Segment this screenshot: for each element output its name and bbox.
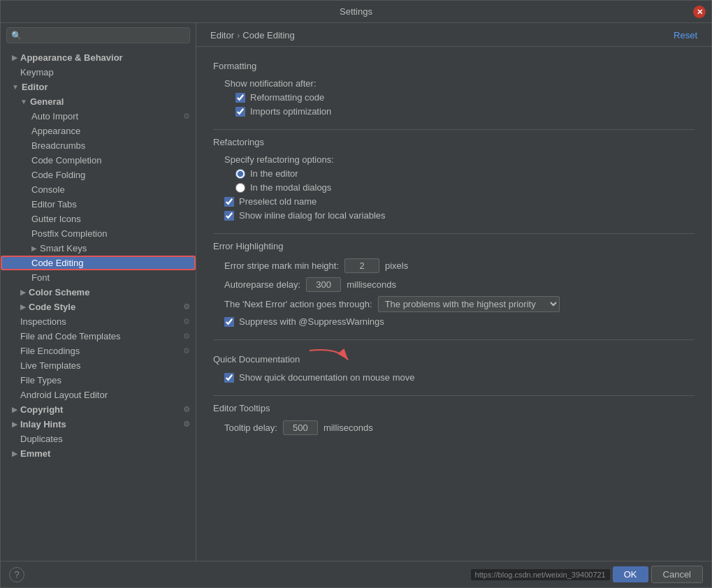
in-modal-row: In the modal dialogs <box>235 182 695 193</box>
tooltip-delay-input[interactable] <box>283 420 318 435</box>
sidebar-item-code-folding[interactable]: Code Folding <box>1 168 196 182</box>
sidebar-item-label: File Types <box>20 375 61 385</box>
main-header: Editor › Code Editing Reset <box>196 23 711 47</box>
gear-icon: ⚙ <box>183 420 190 429</box>
in-editor-label: In the editor <box>250 168 298 179</box>
bottom-right: https://blog.csdn.net/weixin_39400721 OK… <box>471 566 703 583</box>
sidebar-item-duplicates[interactable]: Duplicates <box>1 432 196 446</box>
sidebar-item-file-types[interactable]: File Types <box>1 373 196 388</box>
url-text: https://blog.csdn.net/weixin_39400721 <box>471 569 610 580</box>
sidebar-item-label: Code Completion <box>31 155 101 166</box>
in-editor-row: In the editor <box>235 168 695 179</box>
sidebar-item-label: Editor <box>22 82 48 92</box>
cancel-button[interactable]: Cancel <box>651 566 703 583</box>
reset-button[interactable]: Reset <box>674 30 697 41</box>
stripe-input[interactable] <box>344 258 379 273</box>
sidebar-item-code-style[interactable]: ▶ Code Style ⚙ <box>1 300 196 314</box>
window-title: Settings <box>340 6 372 17</box>
sidebar-item-appearance[interactable]: Appearance <box>1 124 196 138</box>
sidebar-item-label: General <box>30 96 64 107</box>
sidebar-item-breadcrumbs[interactable]: Breadcrumbs <box>1 138 196 153</box>
sidebar-item-color-scheme[interactable]: ▶ Color Scheme <box>1 285 196 300</box>
sidebar-item-android-layout-editor[interactable]: Android Layout Editor <box>1 388 196 402</box>
sidebar-item-code-editing[interactable]: Code Editing <box>1 256 196 270</box>
sidebar-item-file-code-templates[interactable]: File and Code Templates ⚙ <box>1 329 196 344</box>
sidebar-tree: ▶ Appearance & Behavior Keymap ▼ Editor … <box>1 47 196 561</box>
reformatting-code-checkbox[interactable] <box>235 93 245 103</box>
arrow-icon: ▶ <box>12 420 17 428</box>
arrow-icon: ▼ <box>12 83 19 91</box>
show-inline-checkbox[interactable] <box>224 211 234 221</box>
quick-documentation-section: Quick Documentation <box>213 347 695 383</box>
next-error-select[interactable]: The problems with the highest priority A… <box>378 296 560 312</box>
sidebar-item-code-completion[interactable]: Code Completion <box>1 153 196 168</box>
main-content: 🔍 ▶ Appearance & Behavior Keymap ▼ Edito… <box>1 23 711 561</box>
in-editor-radio[interactable] <box>235 169 245 179</box>
sidebar-item-gutter-icons[interactable]: Gutter Icons <box>1 212 196 226</box>
preselect-label: Preselect old name <box>239 196 317 207</box>
sidebar-item-label: Color Scheme <box>29 287 89 297</box>
sidebar-item-label: Console <box>31 184 65 195</box>
search-icon: 🔍 <box>11 31 22 41</box>
imports-optimization-checkbox[interactable] <box>235 107 245 117</box>
autoreparse-input[interactable] <box>306 277 341 292</box>
in-modal-radio[interactable] <box>235 183 245 193</box>
sidebar-item-copyright[interactable]: ▶ Copyright ⚙ <box>1 402 196 417</box>
arrow-icon: ▶ <box>31 244 37 252</box>
sidebar-item-inlay-hints[interactable]: ▶ Inlay Hints ⚙ <box>1 417 196 432</box>
sidebar-item-label: Smart Keys <box>40 243 87 253</box>
error-highlighting-section: Error Highlighting Error stripe mark min… <box>213 241 695 327</box>
reformatting-code-label: Reformatting code <box>250 92 324 103</box>
sidebar-item-label: Code Style <box>29 302 75 312</box>
show-notification-label: Show notification after: <box>224 78 695 89</box>
suppress-checkbox[interactable] <box>224 317 234 327</box>
sidebar-item-inspections[interactable]: Inspections ⚙ <box>1 314 196 329</box>
sidebar-item-file-encodings[interactable]: File Encodings ⚙ <box>1 344 196 358</box>
sidebar-item-label: Appearance & Behavior <box>20 52 123 63</box>
sidebar-item-general[interactable]: ▼ General <box>1 94 196 109</box>
sidebar-item-auto-import[interactable]: Auto Import ⚙ <box>1 109 196 124</box>
sidebar-item-font[interactable]: Font <box>1 270 196 285</box>
divider-4 <box>213 395 695 396</box>
refactorings-title: Refactorings <box>213 137 695 147</box>
sidebar-item-label: Keymap <box>20 67 54 78</box>
gear-icon: ⚙ <box>183 302 190 311</box>
autoreparse-label: Autoreparse delay: <box>224 279 300 290</box>
sidebar-item-label: Gutter Icons <box>31 214 81 224</box>
sidebar-item-emmet[interactable]: ▶ Emmet <box>1 446 196 461</box>
refactorings-section: Refactorings Specify refactoring options… <box>213 137 695 221</box>
search-box[interactable]: 🔍 <box>6 27 190 43</box>
sidebar-item-label: Copyright <box>20 404 63 415</box>
sidebar-item-keymap[interactable]: Keymap <box>1 65 196 80</box>
close-button[interactable]: ✕ <box>693 6 706 18</box>
sidebar-item-live-templates[interactable]: Live Templates <box>1 358 196 373</box>
arrow-icon: ▼ <box>20 98 27 105</box>
preselect-row: Preselect old name <box>224 196 695 207</box>
arrow-icon: ▶ <box>20 288 26 296</box>
arrow-icon: ▶ <box>20 303 26 311</box>
breadcrumb-separator: › <box>237 30 240 41</box>
sidebar-item-label: Code Folding <box>31 170 85 180</box>
sidebar-item-console[interactable]: Console <box>1 182 196 197</box>
refactorings-sub: Specify refactoring options: In the edit… <box>213 154 695 221</box>
sidebar-item-postfix-completion[interactable]: Postfix Completion <box>1 226 196 241</box>
breadcrumb-parent: Editor <box>210 30 234 41</box>
arrow-icon: ▶ <box>12 406 17 413</box>
breadcrumb: Editor › Code Editing <box>210 30 295 41</box>
title-bar: Settings ✕ <box>1 1 711 23</box>
sidebar-item-editor-tabs[interactable]: Editor Tabs <box>1 197 196 212</box>
formatting-sub: Show notification after: Reformatting co… <box>213 78 695 117</box>
sidebar-item-editor[interactable]: ▼ Editor <box>1 80 196 94</box>
help-button[interactable]: ? <box>9 567 24 582</box>
sidebar-item-appearance-behavior[interactable]: ▶ Appearance & Behavior <box>1 50 196 65</box>
sidebar-item-smart-keys[interactable]: ▶ Smart Keys <box>1 241 196 256</box>
search-input[interactable] <box>24 30 185 41</box>
preselect-checkbox[interactable] <box>224 197 234 207</box>
show-quick-doc-checkbox[interactable] <box>224 373 234 383</box>
autoreparse-unit: milliseconds <box>347 279 396 290</box>
ok-button[interactable]: OK <box>613 566 648 582</box>
arrow-icon: ▶ <box>12 450 17 457</box>
sidebar-item-label: Inlay Hints <box>20 419 66 429</box>
sidebar-item-label: Appearance <box>31 126 80 136</box>
sidebar-item-label: Duplicates <box>20 434 63 444</box>
